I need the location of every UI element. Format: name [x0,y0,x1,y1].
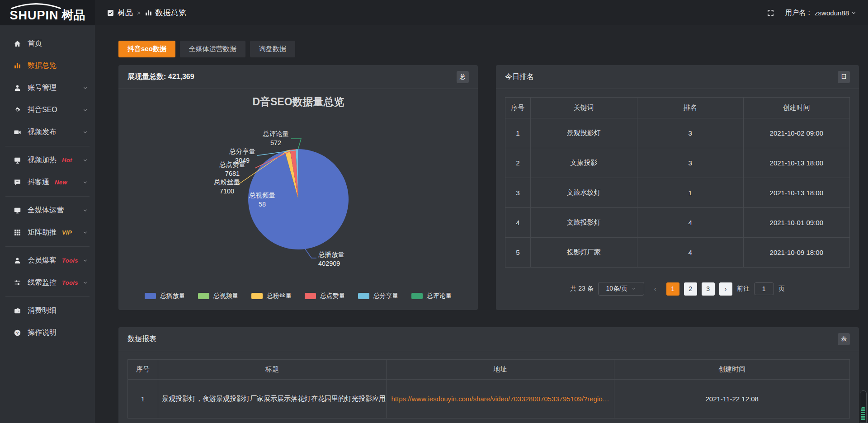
goto-page-input[interactable] [754,282,774,295]
legend-item-总粉丝量[interactable]: 总粉丝量 [251,292,292,300]
ranking-corner-button[interactable]: 日 [838,71,850,83]
table-header-row: 序号标题地址创建时间 [128,360,850,380]
pie-label-value: 572 [270,139,281,146]
user-menu[interactable]: 用户名：zswodun88 [785,9,856,17]
data-tabs: 抖音seo数据全媒体运营数据询盘数据 [118,41,859,57]
breadcrumb-app[interactable]: 树品 [107,8,133,18]
sidebar-item-label: 操作说明 [28,328,57,338]
chevron-down-icon [83,280,88,285]
chevron-down-icon [83,85,88,90]
sidebar-item-douketong[interactable]: 抖客通New [0,171,95,193]
sidebar-item-member-baoke[interactable]: 会员爆客Tools [0,249,95,272]
sidebar-item-home[interactable]: 首页 [0,33,95,55]
pie-label-value: 7100 [220,188,234,195]
sidebar-item-douyin-seo[interactable]: 抖音SEO [0,99,95,121]
sidebar-item-matrix-boost[interactable]: 矩阵助推VIP [0,221,95,244]
legend-item-总评论量[interactable]: 总评论量 [411,292,452,300]
pie-label-name: 总播放量 [318,251,344,258]
badge-tools: Tools [62,257,78,264]
sidebar-divider [5,246,90,247]
report-panel-title: 数据报表 [127,334,156,344]
page-button-2[interactable]: 2 [684,282,697,296]
cell: 2021-10-09 18:00 [743,238,849,268]
username: zswodun88 [815,9,849,17]
page-size-select[interactable]: 10条/页 [598,282,644,296]
sidebar-item-clue-monitor[interactable]: 线索监控Tools [0,272,95,294]
ranking-panel: 今日排名 日 序号关键词排名创建时间1景观投影灯32021-10-02 09:0… [496,65,859,310]
badge-hot: Hot [62,157,72,164]
chevron-down-icon [83,130,88,135]
table-row: 1景观投影灯32021-10-02 09:00 [505,118,850,148]
app-icon [107,9,114,17]
breadcrumb: 树品 > 数据总览 [107,8,186,18]
chat-icon [14,179,21,186]
main-content: 抖音seo数据全媒体运营数据询盘数据 展现量总数: 421,369 总 D音SE… [95,25,868,423]
legend-label: 总粉丝量 [267,292,292,300]
sidebar-item-label: 会员爆客 [28,256,57,265]
legend-item-总点赞量[interactable]: 总点赞量 [305,292,345,300]
breadcrumb-page[interactable]: 数据总览 [145,8,186,18]
ranking-panel-title: 今日排名 [505,72,534,82]
legend-label: 总分享量 [373,292,399,300]
legend-label: 总视频量 [213,292,239,300]
pie-label-value: 7681 [225,170,240,177]
pie-label-name: 总视频量 [249,192,275,199]
sidebar-item-video-publish[interactable]: 视频发布 [0,121,95,143]
fullscreen-icon[interactable] [767,9,774,17]
column-header: 创建时间 [743,98,849,118]
sidebar-item-data-overview[interactable]: 数据总览 [0,55,95,77]
table-header-row: 序号关键词排名创建时间 [505,98,850,118]
pagination-total: 共 23 条 [570,285,593,293]
chart-title: D音SEO数据量总览 [252,96,344,108]
sidebar-item-all-media-operation[interactable]: 全媒体运营 [0,199,95,221]
cell: 2 [505,148,531,178]
legend-swatch [251,293,263,299]
logo-text-en: SHUPIN [9,9,58,22]
column-header: 序号 [128,360,158,380]
column-header: 地址 [386,360,614,380]
logo-text-cn: 树品 [62,9,85,21]
page-button-3[interactable]: 3 [702,282,715,296]
legend-swatch [305,293,316,299]
legend-label: 总评论量 [427,292,452,300]
ranking-panel-header: 今日排名 日 [496,65,859,89]
prev-page-button[interactable]: ‹ [649,282,662,296]
legend-item-总视频量[interactable]: 总视频量 [198,292,239,300]
page-button-1[interactable]: 1 [666,282,679,296]
cell: 2021-10-13 18:00 [743,148,849,178]
sidebar-item-account-management[interactable]: 账号管理 [0,77,95,99]
chart-legend: 总播放量总视频量总粉丝量总点赞量总分享量总评论量 [118,292,478,300]
logo[interactable]: SHUPIN 树品 [0,0,95,25]
cell: 2021-10-01 09:00 [743,208,849,238]
cell: 文旅水纹灯 [530,178,637,208]
gear-icon [14,106,21,114]
scroll-thumb[interactable] [861,407,865,421]
legend-item-总播放量[interactable]: 总播放量 [145,292,185,300]
scrollbar[interactable] [860,390,867,423]
pie-label-value: 402909 [318,260,340,267]
report-corner-button[interactable]: 表 [838,333,850,345]
chevron-down-icon [83,180,88,185]
sidebar-item-consumption-detail[interactable]: 消费明细 [0,300,95,322]
pie-chart: D音SEO数据量总览总播放量402909总视频量58总粉丝量7100总点赞量76… [118,89,478,310]
video-link[interactable]: https://www.iesdouyin.com/share/video/70… [392,395,609,403]
tab-inquiry-data[interactable]: 询盘数据 [250,41,295,57]
badge-vip: VIP [62,229,72,236]
column-header: 创建时间 [614,360,850,380]
next-page-button[interactable]: › [719,282,732,296]
sidebar: 首页数据总览账号管理抖音SEO视频发布视频加热Hot抖客通New全媒体运营矩阵助… [0,25,95,423]
legend-swatch [145,293,156,299]
cell: 4 [637,208,743,238]
legend-item-总分享量[interactable]: 总分享量 [358,292,399,300]
sidebar-item-video-heating[interactable]: 视频加热Hot [0,149,95,171]
tab-douyin-seo-data[interactable]: 抖音seo数据 [118,41,175,57]
tab-all-media-data[interactable]: 全媒体运营数据 [180,41,245,57]
chevron-down-icon [83,230,88,235]
overview-corner-button[interactable]: 总 [457,71,469,83]
sidebar-item-instructions[interactable]: ?操作说明 [0,322,95,344]
cell: 1 [128,380,158,418]
cell: 4 [637,238,743,268]
sidebar-item-label: 线索监控 [28,278,57,287]
column-header: 序号 [505,98,531,118]
sidebar-divider [5,296,90,297]
